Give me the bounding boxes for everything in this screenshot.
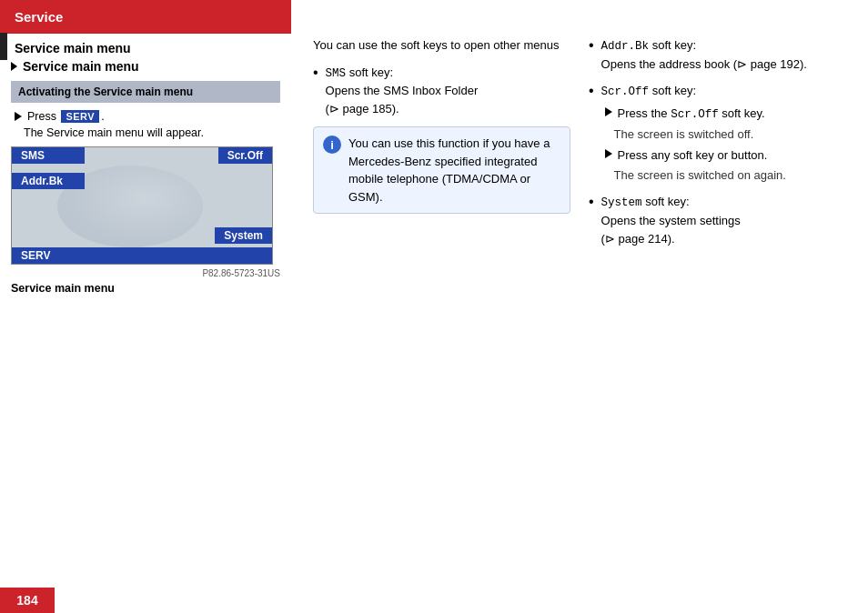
service-appear-text: The Service main menu will appear.	[24, 126, 280, 139]
arrow-icon	[605, 107, 612, 116]
bullet-dot: •	[313, 62, 318, 84]
screen-addrbk-button: Addr.Bk	[12, 173, 85, 189]
sub-instruction-text-1: The screen is switched off.	[614, 126, 846, 144]
main-columns: You can use the soft keys to open other …	[313, 36, 846, 256]
col-right: • Addr.Bk soft key: Opens the address bo…	[589, 36, 846, 256]
col-left: You can use the soft keys to open other …	[313, 36, 570, 256]
sidebar-content: Service main menu Service main menu Acti…	[0, 34, 291, 613]
activating-box: Activating the Service main menu	[11, 81, 280, 103]
bullet-dot: •	[589, 35, 594, 56]
instruction-press: Press SERV.	[11, 110, 280, 123]
list-item-scroff: • Scr.Off soft key: Press the Scr.Off so…	[589, 82, 846, 184]
sidebar-sub-title: Service main menu	[11, 59, 280, 74]
screen-caption: P82.86-5723-31US	[11, 268, 280, 278]
list-item-addrbk: • Addr.Bk soft key: Opens the address bo…	[589, 36, 846, 73]
key-label: SMS	[326, 67, 347, 80]
bullet-dot: •	[589, 80, 594, 102]
triangle-icon	[11, 62, 17, 71]
list-item-system: • System soft key: Opens the system sett…	[589, 193, 846, 247]
arrow-icon	[605, 149, 612, 158]
sub-instruction-1: Press the Scr.Off soft key.	[601, 105, 846, 124]
service-main-menu-label: Service main menu	[11, 282, 280, 295]
bullet-dot: •	[589, 191, 594, 213]
sub-instruction-2: Press any soft key or button.	[601, 146, 846, 165]
screen-scroff-button: Scr.Off	[218, 147, 272, 164]
sidebar-title: Service	[15, 9, 63, 25]
arrow-icon	[15, 112, 22, 121]
black-bar-left	[0, 33, 7, 60]
sidebar-header: Service	[0, 0, 291, 34]
bullet-list-right: • Addr.Bk soft key: Opens the address bo…	[589, 36, 846, 247]
device-screen: SMS Scr.Off Addr.Bk System SERV	[11, 146, 273, 265]
page-number: 184	[16, 593, 37, 608]
info-box: i You can use this function if you have …	[313, 126, 570, 214]
screen-sms-button: SMS	[12, 147, 85, 164]
bullet-list-left: • SMS soft key: Opens the SMS Inbox Fold…	[313, 64, 570, 118]
info-icon: i	[323, 136, 341, 154]
serv-badge: SERV	[61, 110, 99, 123]
main-content: You can use the soft keys to open other …	[291, 0, 868, 613]
screen-serv-button: SERV	[12, 247, 272, 264]
page-number-bar: 184	[0, 588, 55, 613]
sub-instruction-text-2: The screen is switched on again.	[614, 166, 846, 185]
sidebar-main-title: Service main menu	[11, 41, 280, 55]
intro-text: You can use the soft keys to open other …	[313, 36, 570, 55]
screen-system-button: System	[215, 227, 272, 244]
list-item: • SMS soft key: Opens the SMS Inbox Fold…	[313, 64, 570, 118]
info-text: You can use this function if you have a …	[348, 135, 560, 206]
